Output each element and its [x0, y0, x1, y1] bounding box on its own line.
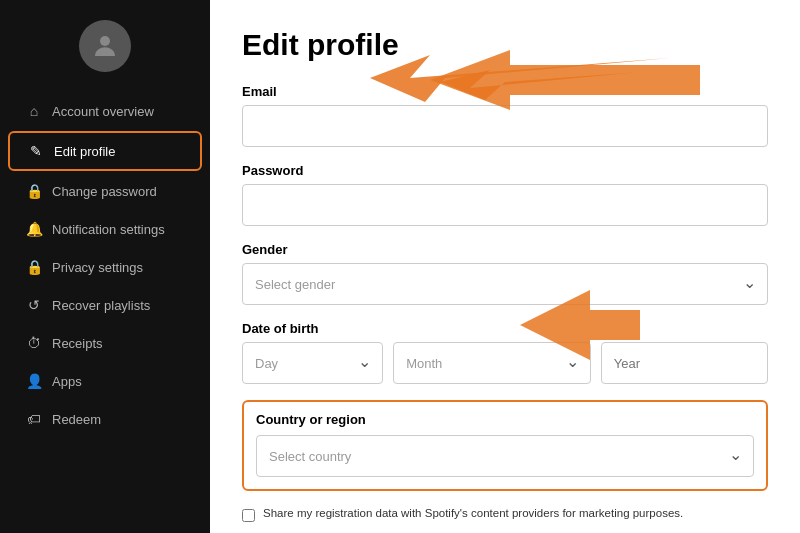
dob-day-select[interactable]: Day: [242, 342, 383, 384]
main-content: Edit profile Email Password Gender Selec…: [210, 0, 800, 533]
privacy-lock-icon: 🔒: [26, 259, 42, 275]
home-icon: ⌂: [26, 103, 42, 119]
avatar: [79, 20, 131, 72]
country-select[interactable]: Select country United States United King…: [256, 435, 754, 477]
pencil-icon: ✎: [28, 143, 44, 159]
page-title: Edit profile: [242, 28, 768, 62]
dob-month-select[interactable]: Month: [393, 342, 591, 384]
dob-group: Date of birth Day Month: [242, 321, 768, 384]
marketing-checkbox[interactable]: [242, 509, 255, 522]
redeem-icon: 🏷: [26, 411, 42, 427]
bell-icon: 🔔: [26, 221, 42, 237]
sidebar-item-label: Privacy settings: [52, 260, 143, 275]
sidebar-item-edit-profile[interactable]: ✎ Edit profile: [8, 131, 202, 171]
sidebar-item-redeem[interactable]: 🏷 Redeem: [8, 401, 202, 437]
sidebar-item-label: Apps: [52, 374, 82, 389]
user-avatar-icon: [90, 31, 120, 61]
email-input[interactable]: [242, 105, 768, 147]
password-label: Password: [242, 163, 768, 178]
sidebar-item-apps[interactable]: 👤 Apps: [8, 363, 202, 399]
country-select-wrapper: Select country United States United King…: [256, 435, 754, 477]
lock-icon: 🔒: [26, 183, 42, 199]
country-section: Country or region Select country United …: [242, 400, 768, 491]
dob-row: Day Month: [242, 342, 768, 384]
refresh-icon: ↺: [26, 297, 42, 313]
clock-icon: ⏱: [26, 335, 42, 351]
email-label: Email: [242, 84, 768, 99]
dob-day-wrapper: Day: [242, 342, 383, 384]
sidebar-item-change-password[interactable]: 🔒 Change password: [8, 173, 202, 209]
sidebar-item-account-overview[interactable]: ⌂ Account overview: [8, 93, 202, 129]
gender-select-wrapper: Select gender Male Female Non-binary Oth…: [242, 263, 768, 305]
password-input[interactable]: [242, 184, 768, 226]
sidebar: ⌂ Account overview ✎ Edit profile 🔒 Chan…: [0, 0, 210, 533]
main-content-wrapper: Edit profile Email Password Gender Selec…: [210, 0, 800, 533]
gender-select[interactable]: Select gender Male Female Non-binary Oth…: [242, 263, 768, 305]
sidebar-item-label: Recover playlists: [52, 298, 150, 313]
dob-label: Date of birth: [242, 321, 768, 336]
sidebar-item-receipts[interactable]: ⏱ Receipts: [8, 325, 202, 361]
sidebar-item-recover-playlists[interactable]: ↺ Recover playlists: [8, 287, 202, 323]
country-label: Country or region: [256, 412, 754, 427]
password-group: Password: [242, 163, 768, 226]
marketing-checkbox-row: Share my registration data with Spotify'…: [242, 507, 768, 522]
dob-month-wrapper: Month: [393, 342, 591, 384]
sidebar-item-label: Notification settings: [52, 222, 165, 237]
gender-group: Gender Select gender Male Female Non-bin…: [242, 242, 768, 305]
apps-icon: 👤: [26, 373, 42, 389]
sidebar-item-label: Account overview: [52, 104, 154, 119]
marketing-checkbox-label: Share my registration data with Spotify'…: [263, 507, 683, 519]
sidebar-item-label: Change password: [52, 184, 157, 199]
sidebar-item-notification-settings[interactable]: 🔔 Notification settings: [8, 211, 202, 247]
email-group: Email: [242, 84, 768, 147]
sidebar-item-label: Receipts: [52, 336, 103, 351]
sidebar-item-privacy-settings[interactable]: 🔒 Privacy settings: [8, 249, 202, 285]
sidebar-item-label: Redeem: [52, 412, 101, 427]
sidebar-item-label: Edit profile: [54, 144, 115, 159]
gender-label: Gender: [242, 242, 768, 257]
dob-year-input[interactable]: [601, 342, 768, 384]
svg-point-0: [100, 36, 110, 46]
